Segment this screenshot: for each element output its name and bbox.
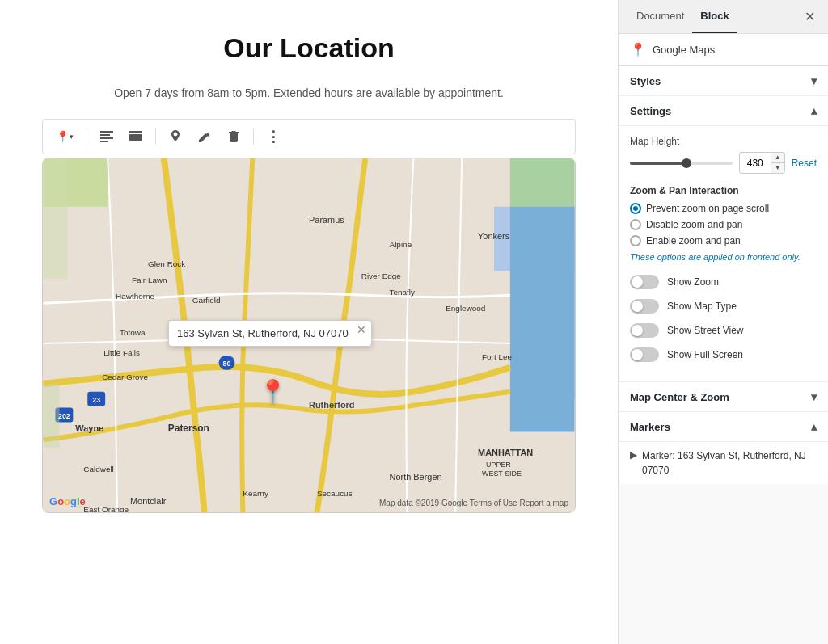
svg-text:23: 23 xyxy=(92,396,100,404)
svg-text:Tenafly: Tenafly xyxy=(390,288,416,297)
height-row: ▲ ▼ Reset xyxy=(630,152,817,174)
styles-chevron-down: ▾ xyxy=(811,74,817,87)
height-increment-btn[interactable]: ▲ xyxy=(771,153,784,163)
page-title: Our Location xyxy=(223,32,395,64)
map-pin-icon: 📍 xyxy=(630,42,646,57)
styles-label: Styles xyxy=(630,75,661,87)
svg-text:Montclair: Montclair xyxy=(130,496,167,506)
svg-text:Garfield: Garfield xyxy=(192,296,221,305)
map-tooltip-text: 163 Sylvan St, Rutherford, NJ 07070 xyxy=(177,327,349,339)
svg-text:Hawthorne: Hawthorne xyxy=(116,292,155,301)
svg-rect-1 xyxy=(100,134,110,136)
show-full-screen-toggle[interactable] xyxy=(630,347,659,362)
tab-block[interactable]: Block xyxy=(692,0,737,33)
settings-section-body: Map Height ▲ ▼ Reset Zoom & Pan Interact… xyxy=(619,126,828,382)
height-input[interactable] xyxy=(740,155,771,171)
marker-item[interactable]: ▶ Marker: 163 Sylvan St, Rutherford, NJ … xyxy=(619,442,828,484)
map-tooltip: 163 Sylvan St, Rutherford, NJ 07070 ✕ xyxy=(168,320,372,347)
tab-document[interactable]: Document xyxy=(628,0,692,33)
show-zoom-toggle[interactable] xyxy=(630,275,659,289)
radio-disable-zoom-label: Disable zoom and pan xyxy=(646,219,742,230)
svg-text:Paramus: Paramus xyxy=(309,215,344,225)
svg-text:202: 202 xyxy=(58,412,70,420)
svg-text:River Edge: River Edge xyxy=(361,271,402,280)
show-street-view-row: Show Street View xyxy=(630,323,817,338)
map-tooltip-close[interactable]: ✕ xyxy=(357,324,366,335)
svg-text:Totowa: Totowa xyxy=(120,328,146,337)
svg-rect-4 xyxy=(129,131,142,133)
height-decrement-btn[interactable]: ▼ xyxy=(771,163,784,173)
show-street-view-label: Show Street View xyxy=(667,325,744,336)
svg-text:North Bergen: North Bergen xyxy=(390,472,442,482)
svg-text:Caldwell: Caldwell xyxy=(83,465,114,474)
edit-btn[interactable] xyxy=(192,124,218,149)
svg-text:Kearny: Kearny xyxy=(243,489,268,498)
toolbar-divider-3 xyxy=(253,128,254,145)
align-left-btn[interactable] xyxy=(94,124,120,149)
map-height-label: Map Height xyxy=(630,136,817,147)
settings-chevron-up: ▴ xyxy=(811,104,817,117)
svg-text:Paterson: Paterson xyxy=(168,423,209,434)
svg-text:Fair Lawn: Fair Lawn xyxy=(132,276,167,284)
svg-text:UPPER: UPPER xyxy=(486,461,511,469)
height-slider-track[interactable] xyxy=(630,162,733,165)
radio-enable-zoom-btn[interactable] xyxy=(630,235,641,246)
frontend-note: These options are applied on frontend on… xyxy=(630,251,817,263)
more-btn[interactable]: ⋮ xyxy=(260,124,286,149)
height-input-wrap: ▲ ▼ xyxy=(739,152,785,174)
markers-chevron-up: ▴ xyxy=(811,420,817,433)
svg-text:Englewood: Englewood xyxy=(446,304,485,313)
align-left-icon xyxy=(100,131,113,142)
svg-text:Little Falls: Little Falls xyxy=(104,348,140,357)
svg-text:80: 80 xyxy=(222,360,230,368)
radio-disable-zoom-btn[interactable] xyxy=(630,219,641,230)
delete-btn[interactable] xyxy=(221,124,247,149)
map-footer: Map data ©2019 Google Terms of Use Repor… xyxy=(379,499,568,507)
show-street-view-toggle[interactable] xyxy=(630,323,659,338)
marker-arrow-icon: ▶ xyxy=(630,449,637,461)
map-center-chevron-down: ▾ xyxy=(811,390,817,403)
location-btn[interactable]: 📍▾ xyxy=(49,124,80,149)
radio-prevent-zoom-btn[interactable] xyxy=(630,203,641,214)
marker-btn[interactable] xyxy=(163,124,188,149)
radio-enable-zoom[interactable]: Enable zoom and pan xyxy=(630,235,817,246)
height-reset-link[interactable]: Reset xyxy=(792,158,817,169)
svg-text:WEST SIDE: WEST SIDE xyxy=(482,469,522,478)
svg-text:Rutherford: Rutherford xyxy=(309,400,355,410)
markers-label: Markers xyxy=(630,421,670,433)
block-header: 📍 Google Maps xyxy=(619,34,828,66)
height-slider-fill xyxy=(630,162,686,165)
svg-text:MANHATTAN: MANHATTAN xyxy=(478,448,533,457)
editor-canvas: Our Location Open 7 days from 8am to 5pm… xyxy=(0,0,618,644)
toolbar-divider-2 xyxy=(155,128,156,145)
align-center-btn[interactable] xyxy=(123,124,149,149)
show-map-type-label: Show Map Type xyxy=(667,301,737,312)
svg-rect-48 xyxy=(44,384,60,448)
svg-rect-0 xyxy=(100,131,113,133)
show-zoom-label: Show Zoom xyxy=(667,276,719,288)
page-subtitle: Open 7 days from 8am to 5pm. Extended ho… xyxy=(114,86,504,99)
settings-label: Settings xyxy=(630,105,671,117)
svg-text:East Orange: East Orange xyxy=(83,505,129,512)
panel-close-btn[interactable]: ✕ xyxy=(801,7,818,27)
show-map-type-toggle[interactable] xyxy=(630,299,659,314)
show-map-type-row: Show Map Type xyxy=(630,299,817,314)
styles-section-header[interactable]: Styles ▾ xyxy=(619,66,828,96)
height-spinners: ▲ ▼ xyxy=(771,153,784,173)
block-type-label: Google Maps xyxy=(653,44,715,56)
settings-section-header[interactable]: Settings ▴ xyxy=(619,96,828,126)
svg-text:Alpine: Alpine xyxy=(390,240,412,249)
map-marker-pin: 📍 xyxy=(259,378,287,405)
svg-rect-5 xyxy=(129,134,142,141)
show-full-screen-row: Show Full Screen xyxy=(630,347,817,362)
map-center-label: Map Center & Zoom xyxy=(630,391,729,403)
markers-section-header[interactable]: Markers ▴ xyxy=(619,412,828,442)
height-slider-thumb[interactable] xyxy=(682,158,691,168)
zoom-pan-label: Zoom & Pan Interaction xyxy=(630,185,817,196)
block-toolbar: 📍▾ xyxy=(42,119,576,154)
align-center-icon xyxy=(129,131,142,142)
radio-prevent-zoom[interactable]: Prevent zoom on page scroll xyxy=(630,203,817,214)
svg-rect-2 xyxy=(100,137,113,139)
radio-disable-zoom[interactable]: Disable zoom and pan xyxy=(630,219,817,230)
map-center-section-header[interactable]: Map Center & Zoom ▾ xyxy=(619,382,828,412)
